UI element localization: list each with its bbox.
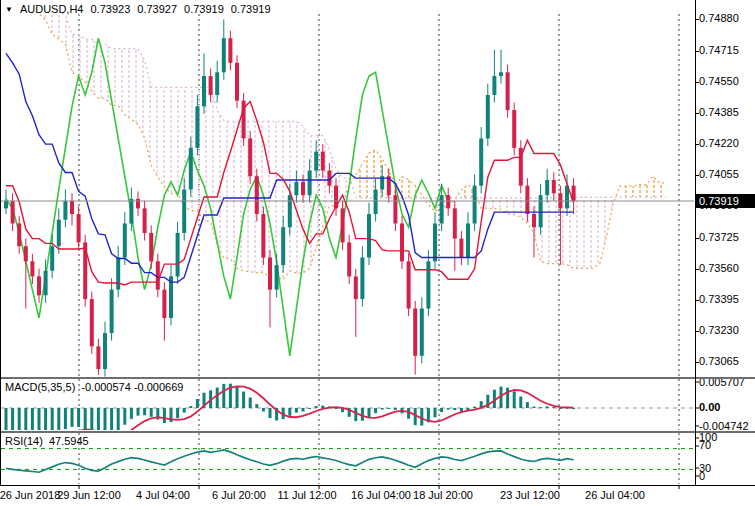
macd-indicator-label: MACD(5,35,5) -0.000574 -0.000669	[5, 381, 183, 393]
price-scale-label: 0.73725	[699, 231, 754, 243]
current-price-tag: 0.73919	[696, 194, 755, 208]
mt4-chart-window: ▼ AUDUSD,H4 0.73923 0.73927 0.73919 0.73…	[0, 0, 755, 506]
rsi-value: 47.5945	[49, 435, 89, 447]
time-scale-label: 18 Jul 20:00	[413, 489, 473, 501]
macd-name: MACD(5,35,5)	[5, 381, 75, 393]
price-scale-label: 0.74715	[699, 44, 754, 56]
rsi-scale-0: 0	[699, 470, 754, 482]
quote-low: 0.73919	[184, 3, 224, 15]
time-scale-label: 29 Jun 12:00	[57, 489, 121, 501]
price-scale-label: 0.74385	[699, 106, 754, 118]
quote-open: 0.73923	[91, 3, 131, 15]
time-scale-label: 11 Jul 12:00	[277, 489, 336, 501]
price-scale-label: 0.74055	[699, 168, 754, 180]
rsi-name: RSI(14)	[5, 435, 43, 447]
price-scale-label: 0.73560	[699, 262, 754, 274]
price-scale-label: 0.73065	[699, 355, 754, 367]
rsi-indicator-label: RSI(14) 47.5945	[5, 435, 89, 447]
price-scale-label: 0.74550	[699, 75, 754, 87]
chart-left-border	[0, 0, 1, 486]
symbol-ohlc-line: ▼ AUDUSD,H4 0.73923 0.73927 0.73919 0.73…	[5, 3, 271, 15]
time-scale-label: 26 Jun 2018	[0, 489, 60, 501]
macd-values: -0.000574 -0.000669	[81, 381, 183, 393]
time-scale-label: 26 Jul 04:00	[585, 489, 645, 501]
price-scale-label: 0.73230	[699, 324, 754, 336]
rsi-scale-70: 70	[699, 439, 754, 451]
price-scale-label: 0.74880	[699, 12, 754, 24]
price-scale-label: 0.74220	[699, 137, 754, 149]
time-scale-label: 4 Jul 04:00	[136, 489, 190, 501]
time-axis-border	[0, 485, 755, 486]
current-price-value: 0.73919	[699, 195, 739, 207]
price-scale-label: 0.73395	[699, 293, 754, 305]
symbol-period-label: AUDUSD,H4	[20, 3, 84, 15]
time-scale-label: 6 Jul 20:00	[212, 489, 266, 501]
time-scale-label: 16 Jul 04:00	[351, 489, 411, 501]
panel-splitter-macd[interactable]	[0, 377, 755, 379]
time-scale-label: 23 Jul 12:00	[500, 489, 560, 501]
price-scale-border	[695, 0, 696, 486]
quote-close: 0.73919	[231, 3, 271, 15]
macd-scale-zero: 0.00	[699, 401, 754, 413]
quote-high: 0.73927	[137, 3, 177, 15]
chart-dropdown-arrow-icon[interactable]: ▼	[5, 4, 13, 15]
panel-splitter-rsi[interactable]	[0, 431, 755, 433]
